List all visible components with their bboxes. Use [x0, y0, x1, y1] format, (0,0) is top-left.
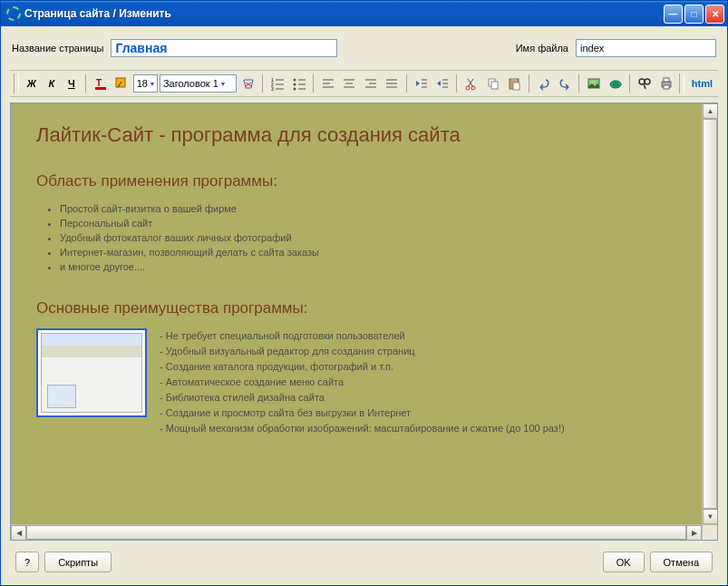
list-item: Удобный фотокаталог ваших личных фотогра… [60, 230, 676, 245]
list-item: и многое другое.... [60, 259, 676, 274]
content-h1: Лайтик-Сайт - программа для создания сай… [36, 123, 676, 147]
bg-color-button[interactable] [112, 73, 131, 93]
scroll-right-icon[interactable]: ▶ [686, 525, 702, 541]
list-item: - Библиотека стилей дизайна сайта [160, 390, 565, 405]
svg-rect-36 [491, 82, 498, 89]
content-h2-scope: Область применения программы: [36, 172, 676, 190]
toolbar-grip [14, 73, 19, 93]
align-right-button[interactable] [361, 73, 380, 93]
list-item: - Создание и просмотр сайта без выгрузки… [160, 405, 565, 421]
copy-button[interactable] [483, 73, 502, 93]
svg-point-42 [610, 81, 621, 88]
heading-select[interactable]: Заголовок 1▾ [160, 74, 237, 93]
outdent-button[interactable] [412, 73, 431, 93]
italic-button[interactable]: К [43, 73, 61, 93]
page-name-input[interactable] [111, 39, 337, 57]
svg-text:T: T [96, 78, 102, 88]
list-item: - Не требует специальной подготовки поль… [160, 328, 565, 344]
list-item: - Мощный механизм обработки изображений:… [160, 421, 565, 436]
app-icon [6, 6, 21, 21]
list-ordered-button[interactable]: 123 [267, 73, 286, 93]
list-item: Простой сайт-визитка о вашей фирме [60, 201, 676, 216]
file-name-label: Имя файла [516, 43, 568, 54]
content-h2-adv: Основные преимущества программы: [36, 299, 676, 317]
close-button[interactable]: ✕ [705, 5, 724, 24]
svg-point-44 [639, 79, 645, 84]
svg-point-9 [293, 79, 296, 82]
svg-text:3: 3 [271, 86, 274, 91]
window-title: Страница сайта / Изменить [24, 7, 664, 20]
print-button[interactable] [656, 73, 675, 93]
underline-button[interactable]: Ч [63, 73, 81, 93]
vertical-scrollbar[interactable]: ▲ ▼ [702, 103, 717, 524]
list-item: - Создание каталога продукции, фотографи… [160, 359, 565, 375]
scripts-button[interactable]: Скрипты [44, 552, 112, 572]
editor-toolbar: Ж К Ч T 18▾ Заголовок 1▾ 123 [10, 70, 718, 97]
svg-point-10 [293, 83, 296, 86]
adv-list: - Не требует специальной подготовки поль… [160, 328, 565, 436]
editor-area: Лайтик-Сайт - программа для создания сай… [10, 103, 718, 541]
thumbnail-image [36, 328, 147, 417]
clear-format-button[interactable] [238, 73, 257, 93]
indent-button[interactable] [432, 73, 451, 93]
scope-list: Простой сайт-визитка о вашей фирме Персо… [60, 201, 676, 274]
align-center-button[interactable] [339, 73, 358, 93]
svg-rect-48 [664, 78, 669, 82]
svg-rect-38 [511, 78, 517, 81]
editor-content[interactable]: Лайтик-Сайт - программа для создания сай… [11, 103, 702, 524]
header-fields: Название страницы Имя файла [10, 34, 718, 66]
list-item: Интернет-магазин, позволяющий делать с с… [60, 245, 676, 259]
page-name-label: Название страницы [12, 43, 103, 54]
svg-rect-49 [664, 85, 669, 89]
paste-button[interactable] [504, 73, 523, 93]
cancel-button[interactable]: Отмена [650, 552, 713, 572]
file-name-input[interactable] [576, 39, 716, 57]
maximize-button[interactable]: □ [684, 5, 704, 24]
svg-point-11 [293, 88, 296, 91]
insert-link-button[interactable] [606, 73, 625, 93]
bold-button[interactable]: Ж [23, 73, 41, 93]
svg-rect-39 [513, 83, 519, 90]
scroll-up-icon[interactable]: ▲ [703, 103, 717, 119]
toolbar-grip-end [679, 73, 684, 93]
list-item: Персональный сайт [60, 216, 676, 230]
find-button[interactable] [635, 73, 654, 93]
horizontal-scrollbar[interactable]: ◀ ▶ [11, 524, 717, 540]
list-item: - Автоматическое создание меню сайта [160, 375, 565, 390]
html-source-button[interactable]: html [688, 78, 716, 89]
font-size-select[interactable]: 18▾ [133, 74, 158, 93]
insert-image-button[interactable] [584, 73, 603, 93]
align-justify-button[interactable] [382, 73, 401, 93]
ok-button[interactable]: OK [603, 552, 645, 572]
scroll-down-icon[interactable]: ▼ [703, 509, 717, 524]
redo-button[interactable] [555, 73, 574, 93]
svg-rect-1 [95, 87, 106, 90]
text-color-button[interactable]: T [91, 73, 110, 93]
list-item: - Удобный визуальный редактор для создан… [160, 344, 565, 359]
list-bullet-button[interactable] [289, 73, 308, 93]
app-window: Страница сайта / Изменить — □ ✕ Название… [0, 0, 728, 586]
minimize-button[interactable]: — [664, 5, 683, 24]
cut-button[interactable] [461, 73, 480, 93]
scroll-left-icon[interactable]: ◀ [11, 525, 26, 541]
svg-point-45 [645, 79, 650, 84]
titlebar: Страница сайта / Изменить — □ ✕ [1, 1, 727, 26]
align-left-button[interactable] [318, 73, 337, 93]
undo-button[interactable] [534, 73, 553, 93]
help-button[interactable]: ? [15, 552, 39, 572]
footer-bar: ? Скрипты OK Отмена [10, 544, 718, 578]
